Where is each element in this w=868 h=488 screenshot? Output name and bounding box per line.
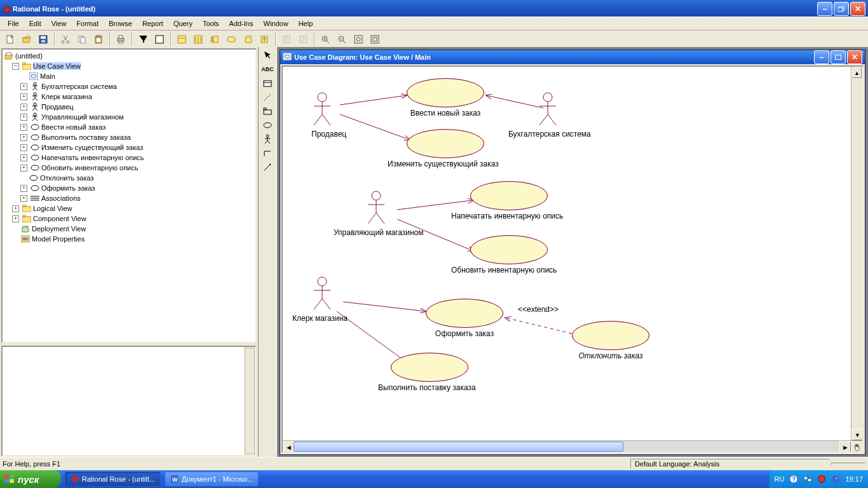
tray-help-icon[interactable]: ? (789, 475, 798, 484)
context-help-button[interactable]: ? (135, 32, 151, 47)
menu-view[interactable]: View (46, 18, 72, 29)
expand-icon[interactable]: + (20, 114, 27, 121)
usecase-change-order[interactable]: Изменить существующий заказ (407, 129, 499, 168)
tree-component-view[interactable]: + Component View (4, 214, 254, 224)
menu-report[interactable]: Report (137, 18, 168, 29)
pan-hand-icon[interactable] (851, 441, 862, 452)
menu-addins[interactable]: Add-Ins (224, 18, 259, 29)
menu-query[interactable]: Query (168, 18, 198, 29)
expand-icon[interactable]: + (20, 154, 27, 161)
tree-item[interactable]: +Напечатать инвентарную опись (4, 152, 254, 163)
tree-item[interactable]: +Выполнить поставку заказа (4, 132, 254, 142)
zoom-out-button[interactable] (334, 32, 349, 47)
scroll-thumb[interactable] (294, 442, 623, 452)
actor-accounting[interactable]: Бухгалтерская система (537, 92, 591, 139)
undo-fit-button[interactable] (367, 32, 383, 47)
menu-edit[interactable]: Edit (24, 18, 46, 29)
clock[interactable]: 19:17 (845, 475, 863, 483)
browse-next-button[interactable] (295, 32, 311, 47)
model-tree[interactable]: (untitled) − Use Case View Main+Бухгалте… (1, 48, 257, 343)
tree-item[interactable]: +Associations (4, 193, 254, 203)
close-button[interactable]: ✕ (850, 2, 865, 16)
view-docs-button[interactable] (152, 32, 167, 47)
tree-item[interactable]: +Ввести новый заказ (4, 122, 254, 132)
scroll-right-icon[interactable]: ► (839, 441, 851, 453)
browse-prev-button[interactable] (279, 32, 294, 47)
tray-network-icon[interactable] (803, 475, 812, 484)
note-tool[interactable] (261, 78, 274, 89)
expand-icon[interactable]: + (12, 215, 19, 222)
usecase-make-order[interactable]: Оформить заказ (426, 299, 503, 338)
taskbar-task-rose[interactable]: Rational Rose - (untitl... (65, 471, 161, 487)
menu-format[interactable]: Format (71, 18, 104, 29)
horizontal-scrollbar[interactable]: ◄ ► (283, 440, 862, 452)
scroll-up-icon[interactable]: ▲ (851, 67, 862, 79)
copy-button[interactable] (74, 32, 90, 47)
expand-icon[interactable]: + (20, 165, 27, 172)
tree-item[interactable]: Main (4, 71, 254, 81)
mdi-close-button[interactable]: ✕ (847, 50, 862, 64)
menu-help[interactable]: Help (294, 18, 318, 29)
actor-clerk[interactable]: Клерк магазина (311, 276, 348, 323)
tray-shield-icon[interactable] (817, 475, 826, 484)
print-button[interactable] (113, 32, 128, 47)
usecase-deliver-order[interactable]: Выполнить поставку заказа (391, 353, 476, 392)
tree-deployment-view[interactable]: Deployment View (4, 224, 254, 234)
usecase-print-inventory[interactable]: Напечатать инвентарную опись (470, 181, 563, 220)
diagram-titlebar[interactable]: Use Case Diagram: Use Case View / Main –… (280, 50, 865, 64)
actor-tool[interactable] (261, 133, 274, 145)
pointer-tool[interactable] (261, 50, 274, 61)
package-tool[interactable] (261, 105, 274, 117)
new-button[interactable] (3, 32, 18, 47)
mdi-minimize-button[interactable]: – (814, 50, 829, 64)
usecase-new-order[interactable]: Ввести новый заказ (407, 78, 484, 118)
menu-file[interactable]: File (3, 18, 24, 29)
browse-parent-button[interactable] (257, 32, 272, 47)
anchor-note-tool[interactable] (261, 92, 274, 103)
tree-logical-view[interactable]: + Logical View (4, 203, 254, 214)
vertical-scrollbar[interactable]: ▲ ▼ (851, 67, 862, 441)
tree-model-properties[interactable]: Model Properties (4, 234, 254, 244)
expand-icon[interactable]: + (20, 195, 27, 202)
tree-root[interactable]: (untitled) (4, 51, 254, 61)
browse-deployment-button[interactable] (240, 32, 255, 47)
menu-tools[interactable]: Tools (198, 18, 224, 29)
usecase-update-inventory[interactable]: Обновить инвентарную опись (470, 235, 557, 274)
tree-item[interactable]: +Продавец (4, 102, 254, 112)
dependency-tool[interactable] (261, 161, 274, 173)
usecase-reject-order[interactable]: Отклонить заказ (572, 321, 649, 360)
scroll-down-icon[interactable]: ▼ (851, 429, 864, 441)
menu-window[interactable]: Window (259, 18, 294, 29)
expand-icon[interactable]: + (20, 124, 27, 131)
actor-seller[interactable]: Продавец (311, 92, 346, 139)
tree-item[interactable]: Отклонить заказ (4, 173, 254, 183)
browse-component-button[interactable] (207, 32, 222, 47)
mdi-maximize-button[interactable] (831, 50, 846, 64)
browse-class-button[interactable] (174, 32, 189, 47)
usecase-tool[interactable] (261, 119, 274, 131)
tree-item[interactable]: +Изменить существующий заказ (4, 142, 254, 152)
taskbar-task-word[interactable]: W Документ1 - Microso... (165, 471, 259, 487)
browse-state-button[interactable] (224, 32, 239, 47)
tree-item[interactable]: +Оформить заказ (4, 183, 254, 193)
open-button[interactable] (19, 32, 34, 47)
association-tool[interactable] (261, 147, 274, 159)
expand-icon[interactable]: + (20, 104, 27, 111)
paste-button[interactable] (91, 32, 106, 47)
expand-icon[interactable]: + (20, 185, 27, 192)
expand-icon[interactable]: + (20, 144, 27, 151)
tree-item[interactable]: +Клерк магазина (4, 92, 254, 102)
expand-icon[interactable]: + (20, 134, 27, 141)
tray-prog-icon[interactable] (831, 475, 840, 484)
documentation-pane[interactable] (1, 346, 257, 456)
diagram-canvas[interactable]: Оформить --> Продавец Бухгалтерская сист… (283, 67, 851, 441)
start-button[interactable]: пуск (0, 470, 61, 488)
tree-item[interactable]: +Обновить инвентарную опись (4, 163, 254, 173)
restore-button[interactable] (834, 2, 849, 16)
tree-item[interactable]: +Управляющий магазином (4, 112, 254, 122)
language-indicator[interactable]: RU (775, 475, 785, 483)
collapse-icon[interactable]: − (12, 63, 19, 70)
browse-interaction-button[interactable] (191, 32, 206, 47)
expand-icon[interactable]: + (12, 205, 19, 212)
text-tool[interactable]: ABC (261, 64, 274, 75)
